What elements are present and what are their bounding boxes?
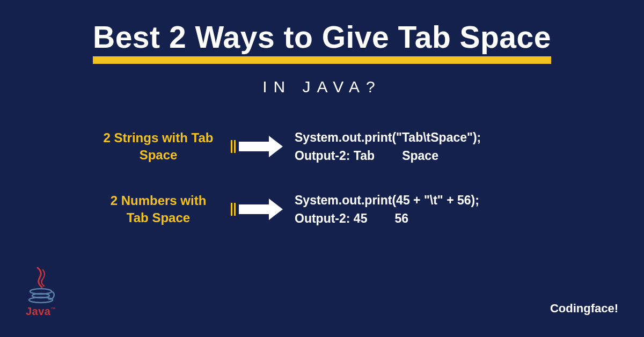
output-line: Output-2: Tab Space (295, 146, 481, 165)
example-row: 2 Numbers with Tab Space System.out.prin… (0, 191, 644, 228)
code-block: System.out.print("Tab\tSpace"); Output-2… (295, 128, 481, 165)
code-line: System.out.print(45 + "\t" + 56); (295, 191, 479, 210)
example-label: 2 Strings with Tab Space (102, 129, 215, 164)
brand-watermark: Codingface! (550, 302, 618, 316)
arrow-icon (231, 136, 283, 157)
code-line: System.out.print("Tab\tSpace"); (295, 128, 481, 147)
page-title: Best 2 Ways to Give Tab Space (93, 20, 551, 64)
java-logo-text: Java™ (26, 305, 56, 318)
java-cup-icon (26, 267, 56, 304)
example-row: 2 Strings with Tab Space System.out.prin… (0, 128, 644, 165)
code-block: System.out.print(45 + "\t" + 56); Output… (295, 191, 479, 228)
output-line: Output-2: 45 56 (295, 209, 479, 228)
java-logo: Java™ (26, 267, 56, 318)
arrow-icon (231, 199, 283, 220)
page-subtitle: IN JAVA? (0, 78, 644, 96)
example-label: 2 Numbers with Tab Space (102, 192, 215, 227)
content-area: 2 Strings with Tab Space System.out.prin… (0, 128, 644, 228)
